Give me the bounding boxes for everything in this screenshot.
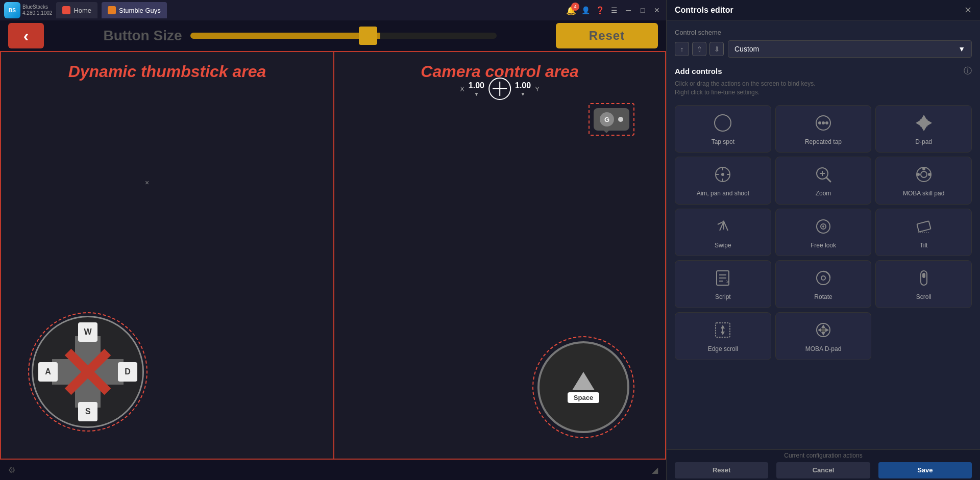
button-size-section: Button Size xyxy=(52,28,548,44)
help-button[interactable]: ❓ xyxy=(595,5,605,15)
key-dot xyxy=(618,117,623,122)
free-look-label: Free look xyxy=(811,242,836,250)
control-scroll[interactable]: Scroll xyxy=(875,260,972,308)
scheme-upload-icon[interactable]: ↑ xyxy=(675,42,689,56)
control-tilt[interactable]: Tilt xyxy=(875,209,972,257)
g-key-badge: G xyxy=(600,112,614,127)
svg-line-17 xyxy=(826,178,830,182)
x-coord-value: 1.00 xyxy=(469,81,484,90)
svg-point-0 xyxy=(715,115,731,131)
control-rotate[interactable]: Rotate xyxy=(775,260,872,308)
dpad-icon xyxy=(913,112,935,134)
x-marker: × xyxy=(145,179,149,187)
control-moba-skill-pad[interactable]: MOBA skill pad xyxy=(875,157,972,205)
svg-rect-28 xyxy=(917,221,930,232)
control-free-look[interactable]: Free look xyxy=(775,209,872,257)
control-moba-dpad[interactable]: MOBA D-pad xyxy=(775,312,872,360)
tab-home[interactable]: Home xyxy=(56,2,97,18)
space-circle: Space xyxy=(537,341,629,433)
dynamic-thumbstick-area: Dynamic thumbstick area × xyxy=(0,51,334,460)
y-coord-label: Y xyxy=(535,85,540,93)
resize-icon: ◢ xyxy=(652,466,658,474)
footer-save-button[interactable]: Save xyxy=(878,462,972,478)
control-aim-pan-shoot[interactable]: Aim, pan and shoot xyxy=(675,157,771,205)
window-controls: 🔔 4 👤 ❓ ☰ ─ □ ✕ xyxy=(566,5,662,15)
control-dpad[interactable]: D-pad xyxy=(875,105,972,153)
scheme-action-icons: ↑ ⇧ ⇩ xyxy=(675,42,724,56)
aim-pan-shoot-icon xyxy=(712,163,734,186)
svg-marker-5 xyxy=(921,115,927,120)
space-key-label: Space xyxy=(568,392,599,403)
camera-control-area: Camera control area X 1.00 ▼ 1.00 ▼ Y xyxy=(334,51,666,460)
footer-cancel-button[interactable]: Cancel xyxy=(776,462,870,478)
free-look-icon xyxy=(812,215,835,238)
control-swipe[interactable]: Swipe xyxy=(675,209,771,257)
scroll-icon xyxy=(913,267,935,289)
control-edge-scroll[interactable]: Edge scroll xyxy=(675,312,771,360)
scheme-dropdown[interactable]: Custom ▼ xyxy=(728,40,972,58)
dpad-key-up: W xyxy=(78,322,97,342)
edge-scroll-label: Edge scroll xyxy=(708,345,738,353)
toolbar: ‹ Button Size Reset xyxy=(0,20,666,51)
control-scheme-label: Control scheme xyxy=(675,29,972,36)
slider-thumb[interactable] xyxy=(359,27,377,45)
swipe-icon xyxy=(712,215,734,238)
dpad-key-left: A xyxy=(38,362,58,382)
footer-right: ◢ xyxy=(652,465,658,475)
button-size-label: Button Size xyxy=(104,28,182,44)
svg-marker-44 xyxy=(821,324,825,328)
dpad-container[interactable]: W A D S xyxy=(32,316,144,428)
svg-marker-45 xyxy=(821,332,825,336)
crosshair-icon[interactable] xyxy=(488,78,511,100)
left-area-label: Dynamic thumbstick area xyxy=(68,62,266,81)
svg-marker-41 xyxy=(721,325,725,329)
swipe-label: Swipe xyxy=(715,242,731,250)
control-tap-spot[interactable]: Tap spot xyxy=(675,105,771,153)
control-zoom[interactable]: Zoom xyxy=(775,157,872,205)
svg-point-27 xyxy=(822,225,824,228)
tab-stumble-guys[interactable]: Stumble Guys xyxy=(102,2,167,18)
moba-dpad-icon xyxy=(812,319,835,341)
dpad-key-right: D xyxy=(118,362,137,382)
space-triangle-icon xyxy=(572,372,595,390)
speech-bubble: G xyxy=(594,108,629,131)
svg-point-3 xyxy=(822,121,825,124)
repeated-tap-label: Repeated tap xyxy=(805,138,842,146)
tilt-icon xyxy=(913,215,935,238)
svg-marker-7 xyxy=(916,120,921,126)
dpad-circle: W A D S xyxy=(32,316,144,428)
panel-footer: Current configuration actions Reset Canc… xyxy=(667,449,980,480)
panel-close-button[interactable]: ✕ xyxy=(964,5,972,16)
add-controls-info-icon[interactable]: ⓘ xyxy=(964,66,972,77)
footer-reset-button[interactable]: Reset xyxy=(675,462,768,478)
panel-body: Control scheme ↑ ⇧ ⇩ Custom ▼ Add contro… xyxy=(667,20,980,449)
svg-point-11 xyxy=(721,173,724,176)
reset-button[interactable]: Reset xyxy=(556,23,658,48)
close-button[interactable]: ✕ xyxy=(652,5,662,15)
zoom-label: Zoom xyxy=(816,190,831,198)
game-button-g[interactable]: G xyxy=(589,103,634,136)
control-script[interactable]: > Script xyxy=(675,260,771,308)
space-button-container[interactable]: Space xyxy=(532,336,634,438)
settings-icon[interactable]: ⚙ xyxy=(8,465,15,475)
panel-header: Controls editor ✕ xyxy=(667,0,980,20)
scheme-export-icon[interactable]: ⇧ xyxy=(692,42,706,56)
scheme-import-icon[interactable]: ⇩ xyxy=(709,42,724,56)
svg-point-23 xyxy=(928,173,931,176)
back-button[interactable]: ‹ xyxy=(8,23,44,48)
notification-badge[interactable]: 🔔 4 xyxy=(566,6,576,15)
tap-spot-icon xyxy=(712,112,734,134)
button-size-slider[interactable] xyxy=(190,28,497,43)
account-button[interactable]: 👤 xyxy=(580,5,591,15)
config-actions-label: Current configuration actions xyxy=(784,452,862,459)
menu-button[interactable]: ☰ xyxy=(609,5,619,15)
app-logo: BS BlueStacks 4.280.1.1002 xyxy=(4,2,52,18)
control-repeated-tap[interactable]: Repeated tap xyxy=(775,105,872,153)
script-label: Script xyxy=(715,293,731,301)
maximize-button[interactable]: □ xyxy=(638,5,648,15)
aim-pan-shoot-label: Aim, pan and shoot xyxy=(697,190,749,198)
minimize-button[interactable]: ─ xyxy=(623,5,633,15)
svg-point-36 xyxy=(821,276,825,280)
game-content: Dynamic thumbstick area × xyxy=(0,51,666,460)
svg-text:>: > xyxy=(726,279,729,285)
